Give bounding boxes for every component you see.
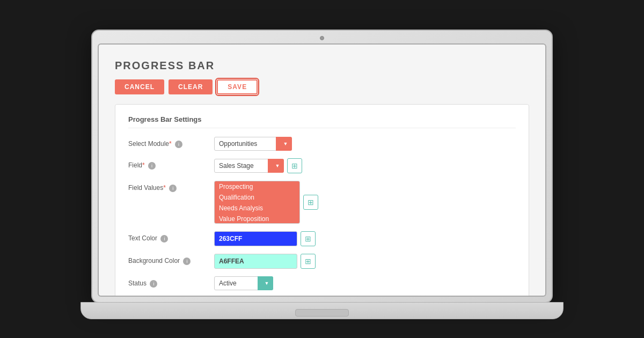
background-color-info-icon[interactable]: i [183,258,191,265]
laptop-touchpad [295,309,349,317]
clear-button[interactable]: CLEAR [169,79,213,94]
field-values-control: Prospecting Qualification Needs Analysis… [214,181,516,224]
settings-panel: Progress Bar Settings Select Module* i O… [115,104,529,297]
field-row: Field* i Sales Stage Probability Amount … [128,158,516,173]
text-color-copy-icon[interactable]: ⊞ [301,231,316,246]
status-label: Status i [128,276,214,288]
field-values-label: Field Values* i [128,181,214,192]
field-control: Sales Stage Probability Amount ⊞ [214,158,516,173]
status-row: Status i Active Inactive [128,276,516,290]
status-dropdown[interactable]: Active Inactive [214,276,273,290]
field-values-row: Field Values* i Prospecting Qualificatio… [128,181,516,224]
panel-title: Progress Bar Settings [128,115,516,128]
field-values-listbox[interactable]: Prospecting Qualification Needs Analysis… [214,181,300,224]
list-item[interactable]: Prospecting [215,181,299,192]
background-color-control: A6FFEA ⊞ [214,254,516,269]
toolbar: CANCEL CLEAR SAVE [115,79,529,94]
select-module-label: Select Module* i [128,137,214,148]
page-title: PROGRESS BAR [115,60,529,72]
select-module-control: Opportunities Contacts Accounts Leads [214,137,516,151]
list-item[interactable]: Qualification [215,192,299,203]
field-values-copy-icon[interactable]: ⊞ [303,195,318,210]
laptop-container: PROGRESS BAR CANCEL CLEAR SAVE Progress … [91,19,553,319]
background-color-display[interactable]: A6FFEA [214,254,297,269]
background-color-row: Background Color i A6FFEA ⊞ [128,254,516,269]
select-module-dropdown[interactable]: Opportunities Contacts Accounts Leads [214,137,292,151]
field-copy-icon[interactable]: ⊞ [287,158,302,173]
background-color-copy-icon[interactable]: ⊞ [301,254,316,269]
laptop-camera [320,36,324,40]
field-info-icon[interactable]: i [148,162,156,170]
status-info-icon[interactable]: i [150,280,157,288]
field-label: Field* i [128,158,214,170]
text-color-control: 263CFF ⊞ [214,231,516,246]
save-button[interactable]: SAVE [217,79,258,94]
field-dropdown[interactable]: Sales Stage Probability Amount [214,159,284,173]
background-color-label: Background Color i [128,254,214,265]
laptop-body: PROGRESS BAR CANCEL CLEAR SAVE Progress … [91,30,553,303]
cancel-button[interactable]: CANCEL [115,79,164,94]
text-color-info-icon[interactable]: i [160,235,168,243]
laptop-base [80,302,564,319]
text-color-label: Text Color i [128,231,214,243]
status-control: Active Inactive [214,276,516,290]
list-item[interactable]: Needs Analysis [215,203,299,214]
list-item[interactable]: Value Proposition [215,214,299,224]
laptop-screen: PROGRESS BAR CANCEL CLEAR SAVE Progress … [98,43,546,297]
field-values-info-icon[interactable]: i [169,185,177,192]
select-module-row: Select Module* i Opportunities Contacts … [128,137,516,151]
field-select-wrapper: Sales Stage Probability Amount [214,159,284,173]
select-module-info-icon[interactable]: i [175,141,182,148]
text-color-row: Text Color i 263CFF ⊞ [128,231,516,246]
status-select-wrapper: Active Inactive [214,276,273,290]
text-color-display[interactable]: 263CFF [214,231,297,246]
select-module-wrapper: Opportunities Contacts Accounts Leads [214,137,292,151]
